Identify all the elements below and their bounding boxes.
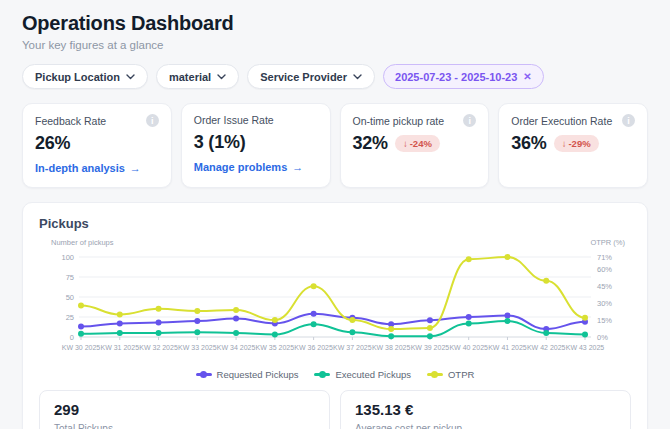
chevron-down-icon (353, 74, 362, 80)
legend-marker-icon (427, 370, 443, 379)
arrow-right-icon: → (130, 162, 141, 174)
svg-text:KW 42 2025: KW 42 2025 (527, 344, 566, 351)
feedback-rate-card: Feedback Rate i 26% In-depth analysis → (22, 103, 172, 188)
trend-badge-value: -24% (410, 138, 432, 149)
chevron-down-icon (126, 74, 135, 80)
manage-problems-label: Manage problems (194, 161, 288, 173)
pickup-location-filter-label: Pickup Location (35, 71, 120, 83)
arrow-down-icon: ↓ (562, 138, 567, 149)
svg-text:KW 36 2025: KW 36 2025 (294, 344, 333, 351)
svg-text:KW 35 2025: KW 35 2025 (256, 344, 295, 351)
svg-text:60%: 60% (597, 265, 612, 274)
pickups-panel-title: Pickups (39, 216, 631, 231)
svg-text:KW 41 2025: KW 41 2025 (488, 344, 527, 351)
legend-label: Requested Pickups (217, 369, 299, 380)
svg-text:KW 31 2025: KW 31 2025 (101, 344, 140, 351)
svg-text:KW 30 2025: KW 30 2025 (62, 344, 101, 351)
trend-badge-value: -29% (568, 138, 590, 149)
on-time-pickup-rate-title: On-time pickup rate (353, 115, 445, 127)
chart-legend: Requested PickupsExecuted PickupsOTPR (39, 369, 631, 380)
pickup-location-filter[interactable]: Pickup Location (22, 64, 148, 89)
svg-text:45%: 45% (597, 282, 612, 291)
material-filter[interactable]: material (156, 64, 239, 89)
chevron-down-icon (217, 74, 226, 80)
svg-text:15%: 15% (597, 316, 612, 325)
info-icon[interactable]: i (622, 114, 635, 127)
trend-badge: ↓ -24% (395, 135, 440, 152)
total-pickups-label: Total Pickups (54, 423, 315, 429)
legend-item[interactable]: Requested Pickups (196, 369, 299, 380)
page-title: Operations Dashboard (22, 12, 648, 35)
summary-stats: 299 Total Pickups 135.13 € Average cost … (39, 390, 631, 429)
order-execution-rate-value: 36% (511, 133, 546, 154)
svg-text:71%: 71% (597, 253, 612, 262)
legend-item[interactable]: OTPR (427, 369, 474, 380)
material-filter-label: material (169, 71, 211, 83)
total-pickups-stat: 299 Total Pickups (39, 390, 330, 429)
svg-text:OTPR (%): OTPR (%) (590, 238, 625, 247)
info-icon[interactable]: i (463, 114, 476, 127)
service-provider-filter[interactable]: Service Provider (247, 64, 375, 89)
pickups-line-chart: 02550751000%15%30%45%60%71%Number of pic… (39, 235, 631, 367)
in-depth-analysis-link[interactable]: In-depth analysis → (35, 162, 141, 174)
svg-text:75: 75 (66, 273, 74, 282)
svg-text:KW 39 2025: KW 39 2025 (411, 344, 450, 351)
legend-marker-icon (314, 370, 330, 379)
svg-text:25: 25 (66, 313, 74, 322)
on-time-pickup-rate-card: On-time pickup rate i 32% ↓ -24% (340, 103, 490, 188)
svg-text:50: 50 (66, 293, 74, 302)
page-subtitle: Your key figures at a glance (22, 39, 648, 51)
info-icon[interactable]: i (146, 114, 159, 127)
in-depth-analysis-label: In-depth analysis (35, 162, 125, 174)
svg-text:30%: 30% (597, 299, 612, 308)
svg-text:KW 32 2025: KW 32 2025 (139, 344, 178, 351)
legend-item[interactable]: Executed Pickups (314, 369, 411, 380)
average-cost-label: Average cost per pickup (355, 423, 616, 429)
kpi-cards: Feedback Rate i 26% In-depth analysis → … (22, 103, 648, 188)
operations-dashboard-page: Operations Dashboard Your key figures at… (0, 0, 670, 188)
legend-label: Executed Pickups (335, 369, 411, 380)
feedback-rate-value: 26% (35, 133, 70, 154)
date-range-label: 2025-07-23 - 2025-10-23 (395, 71, 517, 83)
manage-problems-link[interactable]: Manage problems → (194, 161, 304, 173)
average-cost-stat: 135.13 € Average cost per pickup (340, 390, 631, 429)
date-range-chip[interactable]: 2025-07-23 - 2025-10-23 ✕ (383, 64, 544, 89)
svg-text:KW 34 2025: KW 34 2025 (217, 344, 256, 351)
svg-text:KW 43 2025: KW 43 2025 (566, 344, 605, 351)
order-execution-rate-title: Order Execution Rate (511, 115, 612, 127)
order-issue-rate-value: 3 (1%) (194, 132, 246, 153)
feedback-rate-title: Feedback Rate (35, 115, 106, 127)
service-provider-filter-label: Service Provider (260, 71, 347, 83)
on-time-pickup-rate-value: 32% (353, 133, 388, 154)
close-icon[interactable]: ✕ (523, 71, 531, 82)
arrow-right-icon: → (292, 161, 303, 173)
order-issue-rate-title: Order Issue Rate (194, 114, 274, 126)
chart-canvas: 02550751000%15%30%45%60%71%Number of pic… (39, 235, 631, 363)
legend-label: OTPR (448, 369, 474, 380)
filter-bar: Pickup Location material Service Provide… (22, 64, 648, 89)
average-cost-value: 135.13 € (355, 401, 616, 418)
svg-text:0: 0 (70, 333, 74, 342)
svg-text:KW 40 2025: KW 40 2025 (449, 344, 488, 351)
trend-badge: ↓ -29% (554, 135, 599, 152)
arrow-down-icon: ↓ (403, 138, 408, 149)
svg-text:KW 38 2025: KW 38 2025 (372, 344, 411, 351)
legend-marker-icon (196, 370, 212, 379)
svg-text:0%: 0% (597, 333, 608, 342)
order-issue-rate-card: Order Issue Rate 3 (1%) Manage problems … (181, 103, 331, 188)
svg-text:100: 100 (61, 253, 74, 262)
order-execution-rate-card: Order Execution Rate i 36% ↓ -29% (498, 103, 648, 188)
svg-text:Number of pickups: Number of pickups (51, 238, 114, 247)
total-pickups-value: 299 (54, 401, 315, 418)
svg-text:KW 37 2025: KW 37 2025 (333, 344, 372, 351)
pickups-panel: Pickups 02550751000%15%30%45%60%71%Numbe… (22, 202, 648, 429)
svg-text:KW 33 2025: KW 33 2025 (178, 344, 217, 351)
